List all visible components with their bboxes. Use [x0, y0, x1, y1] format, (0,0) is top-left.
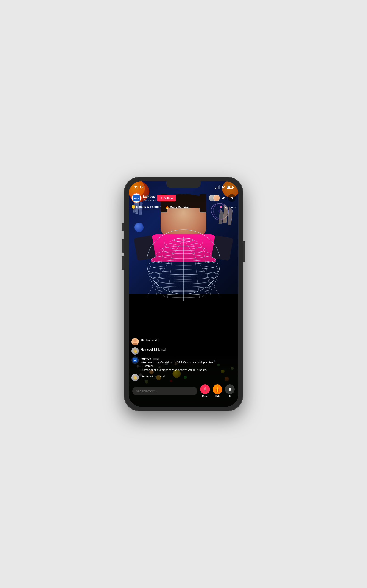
chat-message-4: 👋 dienteneitor joined	[131, 374, 222, 381]
svg-line-23	[156, 239, 165, 297]
share-button[interactable]: 6	[225, 384, 235, 397]
rose-icon-bg	[200, 384, 210, 394]
svg-line-22	[184, 239, 220, 296]
chat-avatar-dienteneitor: 👋	[131, 374, 139, 381]
viewer-count: 341	[221, 196, 226, 200]
svg-line-26	[202, 239, 211, 297]
chat-content-2: Metricool ES joined	[141, 347, 222, 351]
phone-frame: 19:12 4G	[124, 177, 243, 411]
svg-text:FKEY: FKEY	[134, 197, 139, 199]
status-time: 19:12	[134, 185, 144, 189]
chat-avatar-metricool: 👋	[131, 347, 139, 355]
partnership-label: Partnership	[143, 199, 156, 201]
ranking-emoji: 🔥	[165, 205, 169, 209]
gift-button[interactable]: Gift	[213, 384, 222, 397]
profile-row: FKEY fadkeys Partnership + Follow	[131, 193, 207, 203]
chat-avatar-mic	[131, 338, 139, 346]
close-icon: ✕	[230, 195, 234, 200]
battery-fill	[227, 186, 230, 188]
svg-line-25	[193, 239, 200, 298]
signal-bar-3	[218, 186, 219, 189]
chat-user-2: Metricool ES	[141, 348, 157, 351]
phone-screen: 19:12 4G	[129, 182, 238, 406]
chat-user-1: Mic	[141, 339, 145, 342]
viewer-avatars	[209, 195, 220, 201]
status-icons: 4G	[215, 185, 233, 189]
chat-text-3: Welcome to my Crystal party. $9.99/scoop…	[141, 361, 222, 372]
follow-button[interactable]: + Follow	[157, 195, 176, 201]
chat-content-1: Mic I'm good!!	[141, 338, 222, 342]
chat-area: Mic I'm good!! 👋 Metricool ES joined	[129, 338, 225, 381]
explore-label: Explore >	[223, 206, 236, 209]
volume-down-button[interactable]	[122, 256, 124, 270]
daily-ranking-tab[interactable]: 🔥 Daily Ranking	[165, 205, 190, 209]
chat-text-1: I'm good!!	[146, 339, 158, 342]
chat-content-4: dienteneitor joined	[141, 374, 222, 378]
beauty-fashion-tab[interactable]: 🟡 Beauty & Fashion	[131, 205, 161, 209]
host-badge: Host	[153, 358, 159, 360]
volume-mute-button[interactable]	[122, 223, 124, 231]
chat-joined-4: joined	[157, 375, 165, 378]
chat-content-3: fadkeys Host Welcome to my Crystal party…	[141, 356, 222, 372]
explore-dot	[220, 206, 222, 208]
bottom-bar: Rose Gift	[129, 384, 238, 397]
follow-plus-icon: +	[160, 196, 162, 200]
svg-rect-40	[217, 389, 218, 392]
chat-message-3: FK fadkeys Host Welcome to my Crystal pa…	[131, 356, 222, 372]
chat-avatar-fadkeys: FK	[131, 356, 139, 364]
comment-input[interactable]	[132, 387, 198, 395]
action-buttons: Rose Gift	[200, 384, 235, 397]
volume-up-button[interactable]	[122, 239, 124, 253]
chat-message-1: Mic I'm good!!	[131, 338, 222, 346]
gift-icon-bg	[213, 384, 222, 394]
viewer-avatar-2	[213, 195, 220, 201]
svg-text:FK: FK	[134, 359, 136, 362]
svg-point-41	[217, 388, 218, 389]
beauty-emoji: 🟡	[131, 205, 135, 208]
svg-marker-6	[219, 209, 223, 224]
network-label: 4G	[222, 186, 225, 189]
svg-line-24	[167, 239, 174, 298]
chat-joined-2: joined	[158, 348, 166, 351]
svg-line-21	[147, 239, 184, 296]
host-avatar[interactable]: FKEY	[131, 193, 142, 203]
power-button[interactable]	[243, 241, 245, 262]
beauty-fashion-label: Beauty & Fashion	[136, 205, 161, 208]
signal-bar-4	[219, 185, 220, 189]
share-icon-bg	[225, 384, 235, 394]
share-count: 6	[229, 395, 231, 397]
wave-icon: 👋	[133, 348, 138, 354]
battery-icon	[227, 186, 233, 189]
wave-icon-2: 👋	[133, 375, 138, 380]
close-button[interactable]: ✕	[228, 194, 236, 202]
username-label: fadkeys	[143, 195, 156, 199]
rose-button[interactable]: Rose	[200, 384, 210, 397]
chat-user-3: fadkeys	[141, 357, 151, 360]
explore-link[interactable]: Explore >	[220, 206, 236, 209]
signal-bar-2	[217, 187, 217, 189]
daily-ranking-label: Daily Ranking	[170, 206, 190, 209]
follow-label: Follow	[164, 196, 173, 200]
gift-label: Gift	[215, 395, 220, 397]
svg-marker-5	[228, 207, 233, 225]
chat-message-2: 👋 Metricool ES joined	[131, 347, 222, 355]
viewer-area: 341	[209, 195, 226, 201]
header-right: 341 ✕	[209, 194, 236, 202]
user-info: fadkeys Partnership	[143, 195, 156, 201]
signal-bar-1	[215, 188, 216, 189]
rose-label: Rose	[202, 395, 208, 397]
svg-point-32	[133, 339, 137, 342]
chat-user-4: dienteneitor	[141, 375, 156, 378]
live-header: FKEY fadkeys Partnership + Follow	[129, 191, 238, 205]
signal-bars	[215, 185, 220, 189]
notch	[166, 182, 201, 188]
category-tabs: 🟡 Beauty & Fashion 🔥 Daily Ranking Explo…	[129, 205, 238, 209]
